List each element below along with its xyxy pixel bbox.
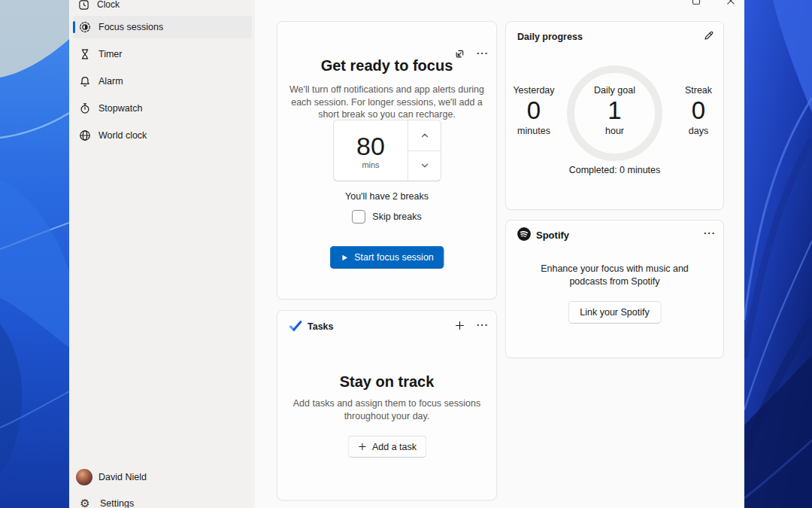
- sidebar-footer: David Nield ⚙ Settings: [73, 465, 252, 508]
- sidebar: Clock Focus sessions: [69, 0, 255, 508]
- completed-minutes-text: Completed: 0 minutes: [506, 165, 723, 175]
- skip-breaks-label: Skip breaks: [372, 211, 421, 222]
- app-title: Clock: [77, 0, 120, 12]
- streak-value: 0: [676, 96, 721, 126]
- timer-icon: [79, 48, 91, 60]
- sidebar-item-label: Focus sessions: [98, 22, 163, 32]
- more-options-icon[interactable]: ···: [700, 225, 720, 242]
- add-a-task-button[interactable]: Add a task: [347, 436, 426, 458]
- link-your-spotify-button[interactable]: Link your Spotify: [568, 301, 661, 324]
- streak-unit: days: [676, 126, 721, 136]
- skip-breaks-row: Skip breaks: [277, 210, 496, 224]
- increase-minutes-button[interactable]: [408, 120, 441, 151]
- focus-sessions-icon: [79, 21, 91, 33]
- link-spotify-label: Link your Spotify: [580, 307, 649, 318]
- sidebar-item-stopwatch[interactable]: Stopwatch: [73, 97, 252, 120]
- minutes-spinner: 80 mins: [333, 120, 441, 181]
- sidebar-item-timer[interactable]: Timer: [73, 43, 252, 65]
- sidebar-item-label: Alarm: [98, 76, 123, 87]
- daily-goal-unit: hour: [577, 126, 653, 136]
- decrease-minutes-button[interactable]: [408, 151, 441, 181]
- gear-icon: ⚙: [79, 497, 91, 508]
- daily-goal-value: 1: [577, 96, 653, 126]
- add-task-plus-icon[interactable]: [450, 317, 469, 333]
- sidebar-item-focus-sessions[interactable]: Focus sessions: [73, 16, 252, 38]
- maximize-button[interactable]: [692, 0, 701, 5]
- world-clock-icon: [79, 129, 91, 141]
- start-focus-session-button[interactable]: Start focus session: [329, 246, 444, 269]
- app-title-label: Clock: [97, 0, 120, 10]
- sidebar-item-settings[interactable]: ⚙ Settings: [73, 491, 252, 508]
- user-account-item[interactable]: David Nield: [73, 465, 252, 489]
- tasks-description: Add tasks and assign them to focus sessi…: [291, 397, 483, 422]
- screenshot-root: Clock Focus sessions: [0, 0, 812, 508]
- sidebar-item-alarm[interactable]: Alarm: [73, 70, 252, 93]
- alarm-bell-icon: [79, 75, 91, 87]
- tasks-heading: Stay on track: [277, 373, 496, 391]
- yesterday-unit: minutes: [509, 126, 559, 136]
- focus-session-card: ··· Get ready to focus We'll turn off no…: [277, 21, 497, 300]
- edit-goal-pencil-icon[interactable]: [698, 27, 718, 44]
- minutes-value: 80: [356, 132, 385, 160]
- tasks-card-title: Tasks: [308, 321, 334, 332]
- sidebar-item-label: World clock: [98, 130, 147, 141]
- streak-label: Streak: [676, 85, 721, 96]
- desktop-wallpaper-right: [744, 0, 812, 508]
- stopwatch-icon: [79, 102, 91, 114]
- daily-goal-stat: Daily goal 1 hour: [577, 85, 653, 136]
- daily-progress-title: Daily progress: [517, 32, 583, 42]
- clock-app-window: Clock Focus sessions: [69, 0, 744, 508]
- breaks-info-text: You'll have 2 breaks: [277, 191, 496, 202]
- yesterday-label: Yesterday: [509, 85, 559, 96]
- start-button-label: Start focus session: [354, 252, 434, 263]
- focus-card-description: We'll turn off notifications and app ale…: [286, 84, 487, 121]
- spinner-buttons: [408, 120, 441, 181]
- plus-icon: [357, 442, 367, 452]
- sidebar-nav: Focus sessions Timer: [73, 16, 252, 147]
- streak-stat: Streak 0 days: [676, 85, 721, 136]
- yesterday-stat: Yesterday 0 minutes: [509, 85, 559, 136]
- add-task-label: Add a task: [372, 442, 417, 452]
- skip-breaks-checkbox[interactable]: [352, 210, 365, 224]
- user-avatar: [76, 469, 92, 485]
- minutes-input[interactable]: 80 mins: [334, 120, 408, 181]
- minutes-unit-label: mins: [362, 160, 379, 169]
- user-name-label: David Nield: [98, 472, 147, 482]
- window-controls: [692, 0, 735, 5]
- selection-indicator: [73, 21, 75, 33]
- spotify-logo-icon: [517, 227, 532, 242]
- spotify-card: Spotify ··· Enhance your focus with musi…: [505, 220, 724, 358]
- sidebar-item-label: Stopwatch: [98, 103, 142, 114]
- play-icon: [340, 254, 348, 262]
- yesterday-value: 0: [509, 96, 559, 126]
- clock-app-icon: [77, 0, 89, 11]
- spotify-brand-label: Spotify: [536, 230, 569, 241]
- settings-label: Settings: [100, 498, 134, 508]
- content-area: ··· Get ready to focus We'll turn off no…: [255, 0, 744, 508]
- sidebar-item-label: Timer: [98, 49, 122, 59]
- spotify-description: Enhance your focus with music and podcas…: [523, 263, 707, 288]
- tasks-check-icon: [289, 319, 302, 333]
- daily-goal-label: Daily goal: [577, 85, 653, 96]
- more-options-icon[interactable]: ···: [473, 317, 492, 333]
- sidebar-item-world-clock[interactable]: World clock: [73, 124, 252, 147]
- tasks-card: Tasks ··· Stay on track Add tasks and as…: [277, 310, 497, 500]
- desktop-wallpaper-left: [0, 0, 69, 508]
- close-icon[interactable]: [726, 0, 735, 5]
- daily-progress-card: Daily progress Yesterday 0 minutes Daily…: [505, 21, 724, 210]
- focus-card-title: Get ready to focus: [277, 57, 496, 75]
